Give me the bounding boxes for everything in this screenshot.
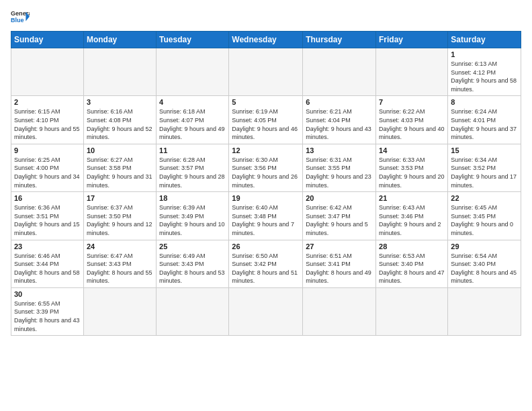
day-number: 26 [232,242,300,250]
day-number: 6 [306,98,373,106]
calendar-cell [157,48,229,96]
day-info: Sunrise: 6:33 AM Sunset: 3:53 PM Dayligh… [379,156,445,189]
calendar-cell: 5Sunrise: 6:19 AM Sunset: 4:05 PM Daylig… [229,96,303,144]
day-info: Sunrise: 6:43 AM Sunset: 3:46 PM Dayligh… [379,203,445,237]
weekday-header-tuesday: Tuesday [157,32,229,48]
weekday-header-saturday: Saturday [448,32,521,48]
day-info: Sunrise: 6:15 AM Sunset: 4:10 PM Dayligh… [14,107,81,141]
day-number: 3 [87,98,153,106]
day-number: 24 [87,242,153,250]
day-number: 2 [14,98,81,106]
calendar-page: General Blue SundayMondayTuesdayWednesda… [0,0,532,411]
day-info: Sunrise: 6:55 AM Sunset: 3:39 PM Dayligh… [14,300,81,333]
day-info: Sunrise: 6:19 AM Sunset: 4:05 PM Dayligh… [232,107,300,141]
calendar-cell: 6Sunrise: 6:21 AM Sunset: 4:04 PM Daylig… [303,96,376,144]
day-number: 29 [451,242,518,250]
calendar-cell [83,48,156,96]
day-number: 7 [379,98,445,106]
calendar-cell [83,287,156,335]
calendar-cell [376,48,448,96]
day-info: Sunrise: 6:13 AM Sunset: 4:12 PM Dayligh… [451,60,518,93]
calendar-cell: 15Sunrise: 6:34 AM Sunset: 3:52 PM Dayli… [448,144,521,191]
day-number: 13 [306,146,373,154]
day-info: Sunrise: 6:36 AM Sunset: 3:51 PM Dayligh… [14,203,81,237]
calendar-cell: 1Sunrise: 6:13 AM Sunset: 4:12 PM Daylig… [448,48,521,96]
calendar-table: SundayMondayTuesdayWednesdayThursdayFrid… [11,31,521,336]
day-info: Sunrise: 6:30 AM Sunset: 3:56 PM Dayligh… [232,156,300,189]
day-info: Sunrise: 6:34 AM Sunset: 3:52 PM Dayligh… [451,156,518,189]
calendar-cell: 4Sunrise: 6:18 AM Sunset: 4:07 PM Daylig… [157,96,229,144]
calendar-cell: 29Sunrise: 6:54 AM Sunset: 3:40 PM Dayli… [448,240,521,287]
calendar-cell [229,48,303,96]
calendar-cell: 22Sunrise: 6:45 AM Sunset: 3:45 PM Dayli… [448,192,521,240]
day-number: 14 [379,146,445,154]
day-number: 20 [306,194,373,202]
day-number: 21 [379,194,445,202]
calendar-cell: 11Sunrise: 6:28 AM Sunset: 3:57 PM Dayli… [157,144,229,191]
calendar-cell: 18Sunrise: 6:39 AM Sunset: 3:49 PM Dayli… [157,192,229,240]
day-number: 11 [159,146,226,154]
calendar-cell [303,48,376,96]
calendar-cell [376,287,448,335]
day-number: 27 [306,242,373,250]
day-number: 12 [232,146,300,154]
day-number: 10 [87,146,153,154]
weekday-header-wednesday: Wednesday [229,32,303,48]
calendar-cell: 30Sunrise: 6:55 AM Sunset: 3:39 PM Dayli… [11,287,84,335]
day-info: Sunrise: 6:42 AM Sunset: 3:47 PM Dayligh… [306,203,373,237]
svg-text:Blue: Blue [11,17,24,24]
calendar-cell: 17Sunrise: 6:37 AM Sunset: 3:50 PM Dayli… [83,192,156,240]
calendar-cell: 27Sunrise: 6:51 AM Sunset: 3:41 PM Dayli… [303,240,376,287]
calendar-cell: 28Sunrise: 6:53 AM Sunset: 3:40 PM Dayli… [376,240,448,287]
calendar-cell: 25Sunrise: 6:49 AM Sunset: 3:43 PM Dayli… [157,240,229,287]
day-number: 16 [14,194,81,202]
day-info: Sunrise: 6:47 AM Sunset: 3:43 PM Dayligh… [87,252,153,285]
day-info: Sunrise: 6:27 AM Sunset: 3:58 PM Dayligh… [87,156,153,189]
week-row-1: 2Sunrise: 6:15 AM Sunset: 4:10 PM Daylig… [11,96,521,144]
calendar-cell: 2Sunrise: 6:15 AM Sunset: 4:10 PM Daylig… [11,96,84,144]
day-number: 5 [232,98,300,106]
day-number: 30 [14,290,81,298]
header: General Blue [11,8,521,27]
day-info: Sunrise: 6:45 AM Sunset: 3:45 PM Dayligh… [451,203,518,237]
day-number: 23 [14,242,81,250]
day-info: Sunrise: 6:54 AM Sunset: 3:40 PM Dayligh… [451,252,518,285]
calendar-cell [229,287,303,335]
calendar-cell: 3Sunrise: 6:16 AM Sunset: 4:08 PM Daylig… [83,96,156,144]
day-info: Sunrise: 6:39 AM Sunset: 3:49 PM Dayligh… [159,203,226,237]
calendar-cell: 24Sunrise: 6:47 AM Sunset: 3:43 PM Dayli… [83,240,156,287]
day-number: 19 [232,194,300,202]
day-info: Sunrise: 6:37 AM Sunset: 3:50 PM Dayligh… [87,203,153,237]
calendar-cell: 12Sunrise: 6:30 AM Sunset: 3:56 PM Dayli… [229,144,303,191]
day-info: Sunrise: 6:28 AM Sunset: 3:57 PM Dayligh… [159,156,226,189]
calendar-cell: 13Sunrise: 6:31 AM Sunset: 3:55 PM Dayli… [303,144,376,191]
day-info: Sunrise: 6:49 AM Sunset: 3:43 PM Dayligh… [159,252,226,285]
day-info: Sunrise: 6:22 AM Sunset: 4:03 PM Dayligh… [379,107,445,141]
calendar-cell [157,287,229,335]
day-number: 1 [451,50,518,58]
day-number: 22 [451,194,518,202]
calendar-cell [11,48,84,96]
weekday-header-sunday: Sunday [11,32,84,48]
calendar-cell: 21Sunrise: 6:43 AM Sunset: 3:46 PM Dayli… [376,192,448,240]
calendar-cell: 7Sunrise: 6:22 AM Sunset: 4:03 PM Daylig… [376,96,448,144]
day-info: Sunrise: 6:46 AM Sunset: 3:44 PM Dayligh… [14,252,81,285]
calendar-cell [303,287,376,335]
day-number: 25 [159,242,226,250]
calendar-cell: 20Sunrise: 6:42 AM Sunset: 3:47 PM Dayli… [303,192,376,240]
calendar-cell: 14Sunrise: 6:33 AM Sunset: 3:53 PM Dayli… [376,144,448,191]
day-number: 18 [159,194,226,202]
week-row-5: 30Sunrise: 6:55 AM Sunset: 3:39 PM Dayli… [11,287,521,335]
day-number: 4 [159,98,226,106]
day-number: 28 [379,242,445,250]
logo: General Blue [11,8,30,27]
calendar-cell: 16Sunrise: 6:36 AM Sunset: 3:51 PM Dayli… [11,192,84,240]
weekday-header-row: SundayMondayTuesdayWednesdayThursdayFrid… [11,32,521,48]
day-number: 17 [87,194,153,202]
calendar-cell: 8Sunrise: 6:24 AM Sunset: 4:01 PM Daylig… [448,96,521,144]
day-info: Sunrise: 6:53 AM Sunset: 3:40 PM Dayligh… [379,252,445,285]
day-info: Sunrise: 6:18 AM Sunset: 4:07 PM Dayligh… [159,107,226,141]
week-row-3: 16Sunrise: 6:36 AM Sunset: 3:51 PM Dayli… [11,192,521,240]
day-info: Sunrise: 6:40 AM Sunset: 3:48 PM Dayligh… [232,203,300,237]
weekday-header-friday: Friday [376,32,448,48]
